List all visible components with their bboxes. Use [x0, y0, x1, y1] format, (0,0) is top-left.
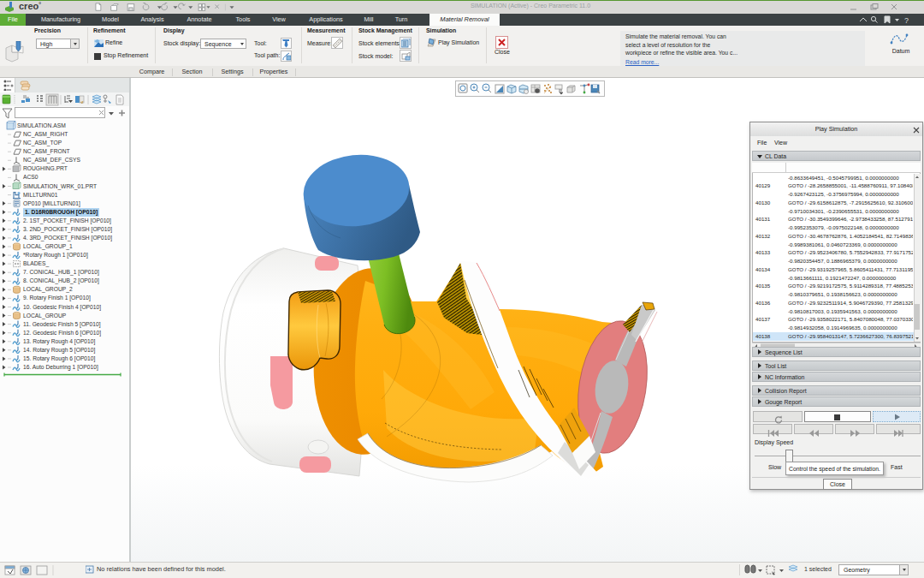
svg-text:?: ?: [904, 16, 909, 25]
